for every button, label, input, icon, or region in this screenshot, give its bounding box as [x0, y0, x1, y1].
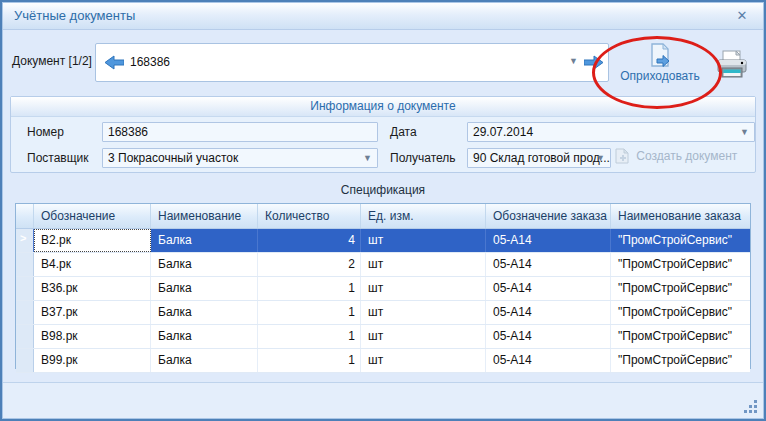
accounting-documents-dialog: Учётные документы ✕ Документ [1/2] 16838…: [0, 0, 766, 421]
supplier-field[interactable]: 3 Покрасочный участок ▼: [102, 148, 378, 168]
chevron-down-icon[interactable]: ▼: [596, 154, 605, 163]
cell-unit[interactable]: шт: [361, 325, 486, 348]
previous-document-icon[interactable]: [105, 55, 124, 70]
cell-designation[interactable]: В99.рк: [34, 349, 151, 372]
column-header-order-name[interactable]: Наименование заказа: [611, 204, 750, 228]
date-field[interactable]: 29.07.2014 ▼: [467, 122, 755, 142]
cell-quantity[interactable]: 1: [258, 325, 361, 348]
document-combobox[interactable]: 168386 ▼: [95, 43, 609, 82]
date-value: 29.07.2014: [473, 125, 533, 139]
post-document-label: Оприходовать: [613, 69, 707, 83]
cell-unit[interactable]: шт: [361, 229, 486, 252]
print-button[interactable]: [714, 48, 752, 86]
resize-grip-icon[interactable]: [745, 401, 757, 413]
cell-name[interactable]: Балка: [151, 229, 258, 252]
cell-order-name[interactable]: "ПромСтройСервис": [611, 349, 750, 372]
cell-unit[interactable]: шт: [361, 349, 486, 372]
table-row[interactable]: > В2.рк Балка 4 шт 05-А14 "ПромСтройСерв…: [16, 229, 750, 253]
chevron-down-icon[interactable]: ▼: [363, 154, 372, 163]
post-document-icon: [613, 43, 707, 69]
table-row[interactable]: В99.рк Балка 1 шт 05-А14 "ПромСтройСерви…: [16, 349, 750, 373]
cell-quantity[interactable]: 1: [258, 301, 361, 324]
cell-order-code[interactable]: 05-А14: [486, 349, 611, 372]
chevron-down-icon[interactable]: ▼: [569, 56, 578, 66]
supplier-label: Поставщик: [27, 151, 89, 165]
cell-designation[interactable]: В2.рк: [34, 229, 151, 252]
table-row[interactable]: В36.рк Балка 1 шт 05-А14 "ПромСтройСерви…: [16, 277, 750, 301]
chevron-down-icon[interactable]: ▼: [740, 128, 749, 137]
cell-order-code[interactable]: 05-А14: [486, 301, 611, 324]
receiver-label: Получатель: [390, 151, 456, 165]
row-indicator-header: [16, 204, 34, 228]
create-document-button[interactable]: Создать документ: [615, 145, 756, 167]
receiver-value: 90 Склад готовой прод...: [473, 151, 610, 165]
row-indicator-cell: [16, 349, 34, 372]
status-bar: [3, 383, 763, 418]
specification-table: Обозначение Наименование Количество Ед. …: [15, 203, 751, 369]
number-field[interactable]: 168386: [102, 122, 378, 142]
cell-order-name[interactable]: "ПромСтройСервис": [611, 301, 750, 324]
column-header-name[interactable]: Наименование: [151, 204, 258, 228]
cell-unit[interactable]: шт: [361, 301, 486, 324]
specification-title: Спецификация: [2, 183, 764, 197]
document-number-value: 168386: [130, 55, 170, 69]
cell-name[interactable]: Балка: [151, 253, 258, 276]
cell-order-code[interactable]: 05-А14: [486, 253, 611, 276]
cell-designation[interactable]: В4.рк: [34, 253, 151, 276]
row-indicator-cell: [16, 301, 34, 324]
close-icon[interactable]: ✕: [733, 7, 751, 25]
cell-designation[interactable]: В98.рк: [34, 325, 151, 348]
row-indicator-cell: [16, 253, 34, 276]
date-label: Дата: [390, 125, 417, 139]
row-indicator-cell: [16, 277, 34, 300]
printer-icon: [714, 48, 752, 84]
supplier-value: 3 Покрасочный участок: [108, 151, 238, 165]
cell-order-name[interactable]: "ПромСтройСервис": [611, 325, 750, 348]
cell-quantity[interactable]: 2: [258, 253, 361, 276]
cell-name[interactable]: Балка: [151, 349, 258, 372]
cell-name[interactable]: Балка: [151, 277, 258, 300]
cell-designation[interactable]: В37.рк: [34, 301, 151, 324]
document-counter-label: Документ [1/2]: [12, 54, 92, 68]
row-indicator-cell: [16, 325, 34, 348]
cell-name[interactable]: Балка: [151, 301, 258, 324]
table-row[interactable]: В37.рк Балка 1 шт 05-А14 "ПромСтройСерви…: [16, 301, 750, 325]
window-title: Учётные документы: [14, 8, 135, 23]
create-document-icon: [615, 148, 629, 164]
number-value: 168386: [108, 125, 148, 139]
table-row[interactable]: В4.рк Балка 2 шт 05-А14 "ПромСтройСервис…: [16, 253, 750, 277]
cell-order-code[interactable]: 05-А14: [486, 229, 611, 252]
next-document-icon[interactable]: [584, 55, 603, 70]
receiver-field[interactable]: 90 Склад готовой прод... ▼: [467, 148, 611, 168]
cell-quantity[interactable]: 1: [258, 277, 361, 300]
table-row[interactable]: В98.рк Балка 1 шт 05-А14 "ПромСтройСерви…: [16, 325, 750, 349]
cell-order-code[interactable]: 05-А14: [486, 277, 611, 300]
column-header-designation[interactable]: Обозначение: [34, 204, 151, 228]
column-header-order-code[interactable]: Обозначение заказа: [486, 204, 611, 228]
table-body: > В2.рк Балка 4 шт 05-А14 "ПромСтройСерв…: [16, 229, 750, 373]
post-document-button[interactable]: Оприходовать: [613, 43, 707, 88]
cell-designation[interactable]: В36.рк: [34, 277, 151, 300]
cell-name[interactable]: Балка: [151, 325, 258, 348]
title-bar: Учётные документы ✕: [3, 3, 763, 30]
cell-order-name[interactable]: "ПромСтройСервис": [611, 229, 750, 252]
cell-order-code[interactable]: 05-А14: [486, 325, 611, 348]
document-info-header: Информация о документе: [11, 97, 755, 117]
cell-quantity[interactable]: 4: [258, 229, 361, 252]
table-header-row: Обозначение Наименование Количество Ед. …: [16, 204, 750, 229]
column-header-quantity[interactable]: Количество: [258, 204, 361, 228]
current-row-arrow-icon: >: [16, 229, 34, 252]
cell-order-name[interactable]: "ПромСтройСервис": [611, 277, 750, 300]
document-info-group: Информация о документе Номер 168386 Дата…: [10, 96, 756, 173]
cell-order-name[interactable]: "ПромСтройСервис": [611, 253, 750, 276]
cell-unit[interactable]: шт: [361, 277, 486, 300]
cell-unit[interactable]: шт: [361, 253, 486, 276]
cell-quantity[interactable]: 1: [258, 349, 361, 372]
create-document-label: Создать документ: [636, 149, 737, 163]
column-header-unit[interactable]: Ед. изм.: [361, 204, 486, 228]
number-label: Номер: [27, 125, 64, 139]
